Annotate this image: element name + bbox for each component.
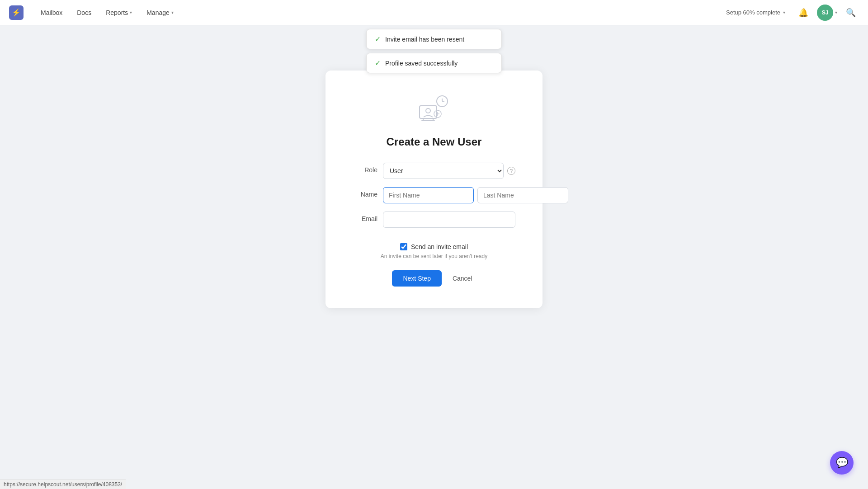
setup-progress[interactable]: Setup 60% complete ▾ bbox=[722, 7, 790, 18]
notifications-button[interactable]: 🔔 bbox=[795, 5, 811, 21]
user-menu-button[interactable]: SJ ▾ bbox=[817, 5, 837, 21]
notification-profile-text: Profile saved successfully bbox=[385, 60, 458, 67]
reports-chevron-icon: ▾ bbox=[130, 10, 132, 15]
create-user-modal: Create a New User Role User Admin Viewer… bbox=[326, 71, 542, 308]
email-label: Email bbox=[353, 212, 377, 222]
role-select[interactable]: User Admin Viewer bbox=[383, 163, 504, 179]
form-button-row: Next Step Cancel bbox=[392, 270, 476, 287]
next-step-button[interactable]: Next Step bbox=[392, 270, 441, 287]
name-field-group: Name bbox=[353, 187, 515, 203]
email-field-group: Email bbox=[353, 212, 515, 228]
role-help-icon[interactable]: ? bbox=[507, 167, 515, 175]
avatar: SJ bbox=[817, 5, 833, 21]
name-label: Name bbox=[353, 187, 377, 198]
role-control-wrap: User Admin Viewer ? bbox=[383, 163, 515, 179]
first-name-input[interactable] bbox=[383, 187, 474, 203]
invite-checkbox-hint: An invite can be sent later if you aren'… bbox=[381, 253, 487, 259]
nav-label-docs: Docs bbox=[77, 9, 91, 16]
nav-item-docs[interactable]: Docs bbox=[71, 6, 98, 19]
email-input[interactable] bbox=[383, 212, 515, 228]
search-icon: 🔍 bbox=[846, 8, 856, 18]
url-bar: https://secure.helpscout.net/users/profi… bbox=[0, 480, 126, 489]
url-text: https://secure.helpscout.net/users/profi… bbox=[4, 481, 122, 488]
user-illustration bbox=[416, 92, 452, 127]
modal-title: Create a New User bbox=[387, 136, 482, 148]
email-control-wrap bbox=[383, 212, 515, 228]
nav-item-manage[interactable]: Manage ▾ bbox=[140, 6, 180, 19]
notification-invite: ✓ Invite email has been resent bbox=[366, 29, 502, 49]
user-chevron-icon: ▾ bbox=[835, 10, 837, 15]
nav-item-mailbox[interactable]: Mailbox bbox=[34, 6, 69, 19]
check-icon-invite: ✓ bbox=[375, 35, 381, 43]
logo-icon: ⚡ bbox=[12, 8, 21, 17]
chat-icon: 💬 bbox=[836, 457, 848, 469]
svg-rect-1 bbox=[423, 118, 433, 120]
setup-chevron-icon: ▾ bbox=[783, 10, 785, 15]
last-name-input[interactable] bbox=[477, 187, 568, 203]
svg-rect-2 bbox=[421, 120, 435, 121]
nav-label-manage: Manage bbox=[146, 9, 170, 16]
notification-profile: ✓ Profile saved successfully bbox=[366, 53, 502, 73]
check-icon-profile: ✓ bbox=[375, 59, 381, 67]
manage-chevron-icon: ▾ bbox=[171, 10, 174, 15]
invite-checkbox-section: Send an invite email An invite can be se… bbox=[353, 243, 515, 259]
send-invite-checkbox[interactable] bbox=[400, 243, 407, 250]
avatar-initials: SJ bbox=[822, 9, 829, 16]
role-label: Role bbox=[353, 163, 377, 174]
cancel-button[interactable]: Cancel bbox=[449, 270, 476, 287]
notification-invite-text: Invite email has been resent bbox=[385, 36, 464, 43]
nav-label-mailbox: Mailbox bbox=[41, 9, 62, 16]
invite-checkbox-label: Send an invite email bbox=[411, 243, 468, 250]
nav-label-reports: Reports bbox=[106, 9, 128, 16]
notifications-container: ✓ Invite email has been resent ✓ Profile… bbox=[366, 29, 502, 73]
next-step-label: Next Step bbox=[403, 275, 430, 282]
role-field-group: Role User Admin Viewer ? bbox=[353, 163, 515, 179]
bell-icon: 🔔 bbox=[798, 8, 808, 18]
app-logo[interactable]: ⚡ bbox=[9, 5, 24, 20]
cancel-label: Cancel bbox=[453, 275, 472, 282]
search-button[interactable]: 🔍 bbox=[843, 5, 859, 21]
name-fields-wrap bbox=[383, 187, 568, 203]
navbar: ⚡ Mailbox Docs Reports ▾ Manage ▾ Setup … bbox=[0, 0, 868, 25]
nav-item-reports[interactable]: Reports ▾ bbox=[99, 6, 138, 19]
chat-button[interactable]: 💬 bbox=[830, 451, 854, 475]
svg-point-3 bbox=[426, 108, 430, 113]
nav-menu: Mailbox Docs Reports ▾ Manage ▾ bbox=[34, 6, 722, 19]
setup-label: Setup 60% complete bbox=[726, 9, 780, 16]
invite-checkbox-row: Send an invite email bbox=[400, 243, 468, 250]
navbar-right: Setup 60% complete ▾ 🔔 SJ ▾ 🔍 bbox=[722, 5, 859, 21]
